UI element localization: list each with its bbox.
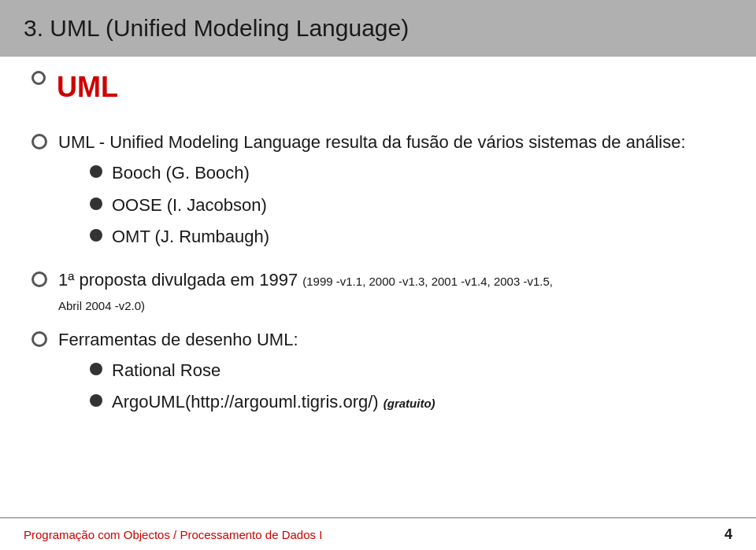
bullet-open-uml <box>32 71 46 85</box>
bullet-filled-argo <box>90 394 102 407</box>
item-tools-text: Ferramentas de desenho UML: <box>58 330 298 349</box>
footer-course: Programação com Objectos / Processamento… <box>24 528 322 541</box>
sub-item-argouml-text: ArgoUML(http://argouml.tigris.org/) (gra… <box>112 390 435 415</box>
sub-item-rational-text: Rational Rose <box>112 359 220 383</box>
content-list: UML - Unified Modeling Language resulta … <box>32 131 724 423</box>
item-proposal-text: 1ª proposta divulgada em 1997 <box>58 270 302 290</box>
item-tools-content: Ferramentas de desenho UML: Rational Ros… <box>58 328 435 423</box>
footer: Programação com Objectos / Processamento… <box>0 517 756 550</box>
sub-item-omt-text: OMT (J. Rumbaugh) <box>112 225 269 249</box>
bullet-filled-oose <box>90 197 102 210</box>
sub-item-oose-text: OOSE (I. Jacobson) <box>112 194 267 218</box>
uml-title: UML <box>57 71 118 104</box>
header: 3. UML (Unified Modeling Language) <box>0 0 756 57</box>
bullet-open-1 <box>32 134 47 149</box>
item-uml-def-content: UML - Unified Modeling Language resulta … <box>58 131 686 257</box>
sub-list-systems: Booch (G. Booch) OOSE (I. Jacobson) OMT … <box>90 161 686 249</box>
main-content: UML UML - Unified Modeling Language resu… <box>0 57 756 517</box>
list-item-tools: Ferramentas de desenho UML: Rational Ros… <box>32 328 724 423</box>
sub-item-argouml: ArgoUML(http://argouml.tigris.org/) (gra… <box>90 390 435 415</box>
page-title: 3. UML (Unified Modeling Language) <box>24 15 409 42</box>
item-uml-def-text: UML - Unified Modeling Language resulta … <box>58 132 686 152</box>
item-proposal-content: 1ª proposta divulgada em 1997 (1999 -v1.… <box>58 268 553 317</box>
sub-item-rational-rose: Rational Rose <box>90 359 435 383</box>
bullet-open-2 <box>32 271 47 287</box>
list-item-proposal: 1ª proposta divulgada em 1997 (1999 -v1.… <box>32 268 724 317</box>
list-item-uml-def: UML - Unified Modeling Language resulta … <box>32 131 724 257</box>
bullet-filled-omt <box>90 229 102 242</box>
sub-item-omt: OMT (J. Rumbaugh) <box>90 225 686 249</box>
gratuito-label: (gratuito) <box>384 397 435 410</box>
bullet-open-3 <box>32 331 47 347</box>
sub-item-oose: OOSE (I. Jacobson) <box>90 194 686 218</box>
sub-list-tools: Rational Rose ArgoUML(http://argouml.tig… <box>90 359 435 415</box>
sub-item-booch: Booch (G. Booch) <box>90 161 686 186</box>
sub-item-booch-text: Booch (G. Booch) <box>112 161 250 186</box>
bullet-filled-rational <box>90 363 102 375</box>
uml-section-heading: UML <box>32 71 724 120</box>
footer-page-number: 4 <box>724 526 732 543</box>
bullet-filled-booch <box>90 165 102 178</box>
